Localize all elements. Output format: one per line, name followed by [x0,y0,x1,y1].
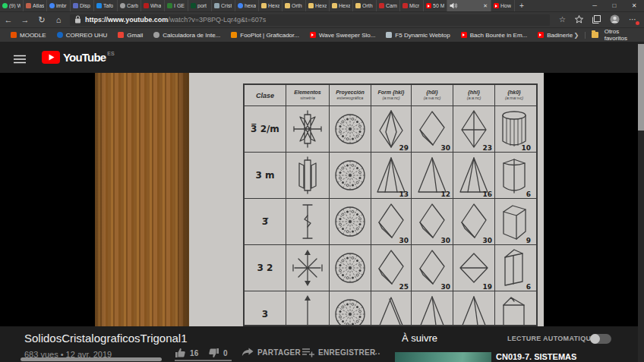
symmetry-cell [286,153,330,198]
youtube-icon [426,3,431,8]
autoplay-toggle-knob [590,334,600,344]
favorite-star-icon[interactable]: ☆ [559,16,566,24]
vertical-scrollbar[interactable] [638,42,644,362]
favorite-item[interactable]: Wave Sweeper Slo... [310,32,375,39]
browser-tab[interactable]: imbr [47,0,71,11]
refresh-button[interactable]: ↻ [33,15,50,25]
profile-avatar[interactable] [610,14,620,26]
browser-tab[interactable]: port [188,0,212,11]
browser-tab[interactable]: Orth [353,0,377,11]
favorite-label: Wave Sweeper Slo... [319,32,375,39]
browser-tab[interactable]: Orth [283,0,306,11]
header-line2: (a:ma:nc) [382,96,399,101]
favorite-item[interactable]: Bach Bourée in Em... [461,32,528,39]
maximize-button[interactable]: □ [605,0,624,11]
url-host: https://www.youtube.com [85,16,168,24]
vertical-scrollbar-thumb[interactable] [638,44,644,131]
horizontal-scrollbar-thumb[interactable] [21,357,162,361]
back-button[interactable]: ← [0,15,17,24]
close-button[interactable]: ✕ [624,0,644,11]
browser-tab[interactable]: Hexa [259,0,283,11]
new-tab-button[interactable]: + [515,0,529,11]
more-menu-icon[interactable]: ⋯ [629,16,636,24]
browser-tab[interactable]: hexa [235,0,259,11]
browser-tab[interactable]: Atlas [24,0,47,11]
favorite-item[interactable]: F5 Dynamic Webtop [386,32,450,39]
share-button[interactable]: PARTAGER [242,348,301,357]
favorite-item[interactable]: CORREO UHU [57,32,108,39]
favorite-item[interactable]: FooPlot | Graficador... [231,32,299,39]
collections-icon[interactable] [592,15,601,25]
minimize-button[interactable]: ─ [585,0,605,11]
save-button[interactable]: ENREGISTRER [302,348,376,357]
youtube-logo[interactable]: YouTube ES [42,51,115,67]
youtube-icon [494,3,499,8]
like-button[interactable]: 16 [175,348,199,358]
cylinder-prism-icon [497,109,532,150]
form-count: 6 [526,190,531,198]
crystal-table-header-cell: Clase [245,85,286,105]
favorite-item[interactable]: Badinerie [Backing... [538,32,573,39]
browser-tab[interactable]: Hexa [306,0,330,11]
favorites-overflow-chevron[interactable]: ❯ [573,32,586,39]
forward-button[interactable]: → [17,15,33,24]
browser-tab[interactable]: Disp [71,0,94,11]
browser-tab[interactable]: I GE [165,0,188,11]
address-bar-actions: ☆ ⋯ [559,14,636,26]
like-ratio-bar [175,360,232,361]
autoplay-toggle[interactable] [590,334,611,344]
clase-cell: 3̅ [245,199,286,244]
more-actions-button[interactable]: ... [372,348,380,356]
header-line1: Clase [256,93,274,99]
favorite-item[interactable]: MOODLE [11,32,46,39]
projection-cell [330,199,371,244]
browser-tab[interactable]: Cam [377,0,400,11]
form-count: 23 [482,144,492,152]
browser-tab[interactable]: Micr [400,0,424,11]
browser-tab[interactable]: 50 M [424,0,447,11]
youtube-icon [538,32,544,38]
half-prism-icon [497,155,532,196]
favorite-item[interactable]: Calculadora de Inte... [153,32,220,39]
youtube-icon [310,32,316,38]
next-video-title[interactable]: CN019-7. SISTEMAS [496,352,576,361]
youtube-play-icon [42,51,60,67]
header-line1: {h0l} [426,90,438,96]
thumbs-up-icon [175,348,186,358]
active-tab[interactable]: ✕ [447,0,491,11]
home-button[interactable]: ⌂ [50,15,67,24]
browser-tab[interactable]: Hexa [330,0,353,11]
browser-tab[interactable]: (9) W [0,0,24,11]
header-line2: (a:a:nc) [467,96,481,101]
dislike-button[interactable]: 0 [208,348,228,358]
form-cell: 12 [412,153,453,198]
tab-title: (9) W [9,3,21,8]
tab-close-icon[interactable]: ✕ [482,3,488,9]
site-icon [26,3,31,8]
browser-tab[interactable]: Tafo [94,0,118,11]
next-video-thumbnail[interactable] [395,352,491,362]
add-to-favorites-bar-icon[interactable] [575,15,583,25]
projection-cell [330,291,371,326]
favorite-item[interactable]: Gmail [118,32,143,39]
site-icon [167,3,172,8]
gmail-icon [118,32,124,38]
hamburger-menu-icon[interactable] [14,53,26,67]
crystal-table-header-row: ClaseElementossimetríaProyecciónestereog… [245,85,536,106]
site-icon [379,3,384,8]
doc-icon [285,3,290,8]
url-field[interactable]: https://www.youtube.com /watch?v=3P8PQ-L… [70,14,550,26]
video-player[interactable]: ClaseElementossimetríaProyecciónestereog… [0,73,638,326]
tab-strip: (9) WAtlasimbrDispTafoCarbWhaI GEportCri… [0,0,644,12]
lock-icon [74,15,81,25]
whatsapp-icon [2,3,8,8]
header-line1: {hhl} [468,90,480,96]
site-icon [144,3,149,8]
browser-tab[interactable]: Carb [118,0,141,11]
browser-tab[interactable]: Wha [141,0,165,11]
browser-tab[interactable]: Crist [212,0,235,11]
form-cell: 13 [371,153,412,198]
sym-3bar2m-icon [290,109,325,150]
other-favorites-button[interactable]: Otros favoritos [605,28,638,42]
browser-tab[interactable]: How [491,0,515,11]
